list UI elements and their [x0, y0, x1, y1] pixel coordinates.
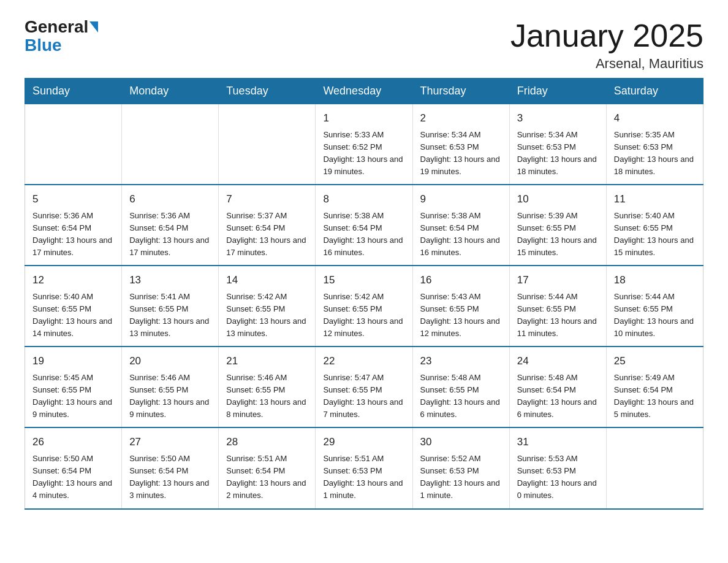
day-number: 27 — [129, 434, 211, 450]
day-info: Sunrise: 5:40 AMSunset: 6:55 PMDaylight:… — [614, 210, 696, 259]
day-info: Sunrise: 5:46 AMSunset: 6:55 PMDaylight:… — [226, 372, 308, 421]
calendar-cell: 30Sunrise: 5:52 AMSunset: 6:53 PMDayligh… — [412, 427, 509, 508]
logo: General Blue — [25, 18, 98, 55]
day-number: 1 — [323, 110, 404, 126]
day-info: Sunrise: 5:50 AMSunset: 6:54 PMDaylight:… — [32, 453, 114, 502]
calendar-cell: 23Sunrise: 5:48 AMSunset: 6:55 PMDayligh… — [412, 347, 509, 427]
calendar-cell: 31Sunrise: 5:53 AMSunset: 6:53 PMDayligh… — [509, 427, 606, 508]
day-info: Sunrise: 5:35 AMSunset: 6:53 PMDaylight:… — [614, 129, 696, 178]
location: Arsenal, Mauritius — [510, 56, 703, 72]
logo-blue-text: Blue — [25, 36, 62, 55]
weekday-header-row: Sunday Monday Tuesday Wednesday Thursday… — [25, 79, 703, 104]
calendar-cell — [25, 104, 122, 185]
header-wednesday: Wednesday — [316, 79, 412, 104]
calendar-cell: 12Sunrise: 5:40 AMSunset: 6:55 PMDayligh… — [25, 266, 122, 347]
week-row-5: 26Sunrise: 5:50 AMSunset: 6:54 PMDayligh… — [25, 427, 703, 508]
calendar-cell: 4Sunrise: 5:35 AMSunset: 6:53 PMDaylight… — [606, 104, 703, 185]
calendar-cell: 22Sunrise: 5:47 AMSunset: 6:55 PMDayligh… — [316, 347, 412, 427]
day-info: Sunrise: 5:46 AMSunset: 6:55 PMDaylight:… — [129, 372, 211, 421]
day-info: Sunrise: 5:50 AMSunset: 6:54 PMDaylight:… — [129, 453, 211, 502]
calendar-cell: 21Sunrise: 5:46 AMSunset: 6:55 PMDayligh… — [219, 347, 316, 427]
logo-arrow-icon — [89, 21, 98, 33]
calendar-cell: 1Sunrise: 5:33 AMSunset: 6:52 PMDaylight… — [316, 104, 412, 185]
week-row-3: 12Sunrise: 5:40 AMSunset: 6:55 PMDayligh… — [25, 266, 703, 347]
week-row-4: 19Sunrise: 5:45 AMSunset: 6:55 PMDayligh… — [25, 347, 703, 427]
day-info: Sunrise: 5:49 AMSunset: 6:54 PMDaylight:… — [614, 372, 696, 421]
month-title: January 2025 — [510, 18, 703, 53]
calendar-cell: 2Sunrise: 5:34 AMSunset: 6:53 PMDaylight… — [412, 104, 509, 185]
day-info: Sunrise: 5:44 AMSunset: 6:55 PMDaylight:… — [517, 291, 599, 340]
day-number: 21 — [226, 353, 308, 369]
day-number: 9 — [420, 191, 502, 207]
day-info: Sunrise: 5:39 AMSunset: 6:55 PMDaylight:… — [517, 210, 599, 259]
day-info: Sunrise: 5:40 AMSunset: 6:55 PMDaylight:… — [32, 291, 114, 340]
day-number: 16 — [420, 272, 502, 288]
day-number: 19 — [32, 353, 114, 369]
day-number: 23 — [420, 353, 502, 369]
day-info: Sunrise: 5:53 AMSunset: 6:53 PMDaylight:… — [517, 453, 599, 502]
header-tuesday: Tuesday — [219, 79, 316, 104]
day-info: Sunrise: 5:42 AMSunset: 6:55 PMDaylight:… — [323, 291, 404, 340]
day-info: Sunrise: 5:42 AMSunset: 6:55 PMDaylight:… — [226, 291, 308, 340]
week-row-2: 5Sunrise: 5:36 AMSunset: 6:54 PMDaylight… — [25, 185, 703, 266]
day-number: 31 — [517, 434, 599, 450]
day-info: Sunrise: 5:41 AMSunset: 6:55 PMDaylight:… — [129, 291, 211, 340]
calendar-cell: 6Sunrise: 5:36 AMSunset: 6:54 PMDaylight… — [122, 185, 219, 266]
calendar-cell: 5Sunrise: 5:36 AMSunset: 6:54 PMDaylight… — [25, 185, 122, 266]
day-number: 30 — [420, 434, 502, 450]
calendar-cell: 11Sunrise: 5:40 AMSunset: 6:55 PMDayligh… — [606, 185, 703, 266]
calendar-cell: 20Sunrise: 5:46 AMSunset: 6:55 PMDayligh… — [122, 347, 219, 427]
calendar-cell: 28Sunrise: 5:51 AMSunset: 6:54 PMDayligh… — [219, 427, 316, 508]
calendar-cell: 3Sunrise: 5:34 AMSunset: 6:53 PMDaylight… — [509, 104, 606, 185]
day-number: 25 — [614, 353, 696, 369]
day-info: Sunrise: 5:44 AMSunset: 6:55 PMDaylight:… — [614, 291, 696, 340]
day-number: 29 — [323, 434, 404, 450]
day-number: 11 — [614, 191, 696, 207]
header-friday: Friday — [509, 79, 606, 104]
calendar-cell — [606, 427, 703, 508]
day-info: Sunrise: 5:47 AMSunset: 6:55 PMDaylight:… — [323, 372, 404, 421]
day-number: 22 — [323, 353, 404, 369]
calendar-header: Sunday Monday Tuesday Wednesday Thursday… — [25, 79, 703, 104]
calendar-cell: 17Sunrise: 5:44 AMSunset: 6:55 PMDayligh… — [509, 266, 606, 347]
day-number: 2 — [420, 110, 502, 126]
calendar-cell: 26Sunrise: 5:50 AMSunset: 6:54 PMDayligh… — [25, 427, 122, 508]
calendar-cell: 16Sunrise: 5:43 AMSunset: 6:55 PMDayligh… — [412, 266, 509, 347]
calendar-cell: 10Sunrise: 5:39 AMSunset: 6:55 PMDayligh… — [509, 185, 606, 266]
day-number: 28 — [226, 434, 308, 450]
day-number: 20 — [129, 353, 211, 369]
day-info: Sunrise: 5:36 AMSunset: 6:54 PMDaylight:… — [129, 210, 211, 259]
day-info: Sunrise: 5:48 AMSunset: 6:55 PMDaylight:… — [420, 372, 502, 421]
day-number: 8 — [323, 191, 404, 207]
day-number: 10 — [517, 191, 599, 207]
day-number: 3 — [517, 110, 599, 126]
day-info: Sunrise: 5:36 AMSunset: 6:54 PMDaylight:… — [32, 210, 114, 259]
day-number: 18 — [614, 272, 696, 288]
day-info: Sunrise: 5:52 AMSunset: 6:53 PMDaylight:… — [420, 453, 502, 502]
calendar-body: 1Sunrise: 5:33 AMSunset: 6:52 PMDaylight… — [25, 104, 703, 509]
logo-general-text: General — [25, 18, 88, 36]
calendar-cell: 9Sunrise: 5:38 AMSunset: 6:54 PMDaylight… — [412, 185, 509, 266]
day-number: 26 — [32, 434, 114, 450]
header-monday: Monday — [122, 79, 219, 104]
day-info: Sunrise: 5:34 AMSunset: 6:53 PMDaylight:… — [420, 129, 502, 178]
day-number: 12 — [32, 272, 114, 288]
day-number: 14 — [226, 272, 308, 288]
calendar-cell: 15Sunrise: 5:42 AMSunset: 6:55 PMDayligh… — [316, 266, 412, 347]
day-number: 7 — [226, 191, 308, 207]
day-info: Sunrise: 5:51 AMSunset: 6:54 PMDaylight:… — [226, 453, 308, 502]
day-number: 13 — [129, 272, 211, 288]
calendar-cell: 25Sunrise: 5:49 AMSunset: 6:54 PMDayligh… — [606, 347, 703, 427]
header-saturday: Saturday — [606, 79, 703, 104]
calendar-cell: 29Sunrise: 5:51 AMSunset: 6:53 PMDayligh… — [316, 427, 412, 508]
day-info: Sunrise: 5:43 AMSunset: 6:55 PMDaylight:… — [420, 291, 502, 340]
day-number: 24 — [517, 353, 599, 369]
day-info: Sunrise: 5:37 AMSunset: 6:54 PMDaylight:… — [226, 210, 308, 259]
header: General Blue January 2025 Arsenal, Mauri… — [25, 18, 703, 72]
calendar-cell: 24Sunrise: 5:48 AMSunset: 6:54 PMDayligh… — [509, 347, 606, 427]
calendar-cell — [219, 104, 316, 185]
header-thursday: Thursday — [412, 79, 509, 104]
day-info: Sunrise: 5:48 AMSunset: 6:54 PMDaylight:… — [517, 372, 599, 421]
calendar-cell: 18Sunrise: 5:44 AMSunset: 6:55 PMDayligh… — [606, 266, 703, 347]
calendar-cell — [122, 104, 219, 185]
